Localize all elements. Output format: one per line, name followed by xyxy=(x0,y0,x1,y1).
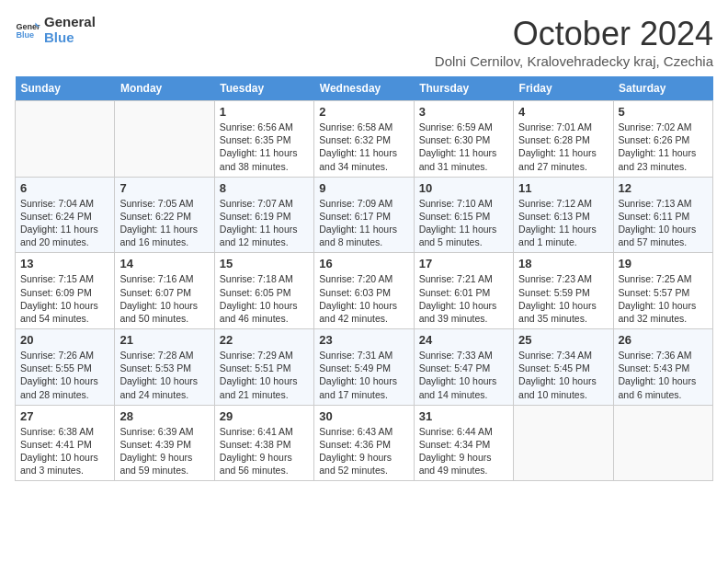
calendar-cell xyxy=(115,101,214,178)
calendar-cell: 4Sunrise: 7:01 AM Sunset: 6:28 PM Daylig… xyxy=(514,101,613,178)
week-row-5: 27Sunrise: 6:38 AM Sunset: 4:41 PM Dayli… xyxy=(16,405,713,481)
day-info: Sunrise: 6:56 AM Sunset: 6:35 PM Dayligh… xyxy=(220,121,309,173)
weekday-header-wednesday: Wednesday xyxy=(314,76,414,101)
day-number: 7 xyxy=(119,181,209,195)
day-info: Sunrise: 7:10 AM Sunset: 6:15 PM Dayligh… xyxy=(419,197,508,249)
day-number: 31 xyxy=(419,409,508,423)
calendar-cell: 18Sunrise: 7:23 AM Sunset: 5:59 PM Dayli… xyxy=(514,253,613,329)
day-info: Sunrise: 6:39 AM Sunset: 4:39 PM Dayligh… xyxy=(119,425,209,477)
svg-text:Blue: Blue xyxy=(16,30,34,40)
calendar-cell: 31Sunrise: 6:44 AM Sunset: 4:34 PM Dayli… xyxy=(414,405,513,481)
day-info: Sunrise: 7:29 AM Sunset: 5:51 PM Dayligh… xyxy=(220,349,309,401)
calendar-cell: 2Sunrise: 6:58 AM Sunset: 6:32 PM Daylig… xyxy=(314,101,414,178)
day-info: Sunrise: 6:58 AM Sunset: 6:32 PM Dayligh… xyxy=(319,121,408,173)
day-info: Sunrise: 7:26 AM Sunset: 5:55 PM Dayligh… xyxy=(20,349,109,401)
day-number: 22 xyxy=(220,333,309,347)
day-info: Sunrise: 6:44 AM Sunset: 4:34 PM Dayligh… xyxy=(419,425,508,477)
week-row-1: 1Sunrise: 6:56 AM Sunset: 6:35 PM Daylig… xyxy=(16,101,713,178)
calendar-cell xyxy=(16,101,115,178)
day-info: Sunrise: 6:41 AM Sunset: 4:38 PM Dayligh… xyxy=(220,425,309,477)
day-number: 20 xyxy=(20,333,109,347)
day-number: 15 xyxy=(220,257,309,270)
weekday-header-tuesday: Tuesday xyxy=(214,76,313,101)
calendar-cell: 7Sunrise: 7:05 AM Sunset: 6:22 PM Daylig… xyxy=(115,177,214,253)
day-number: 8 xyxy=(220,181,309,195)
day-number: 27 xyxy=(20,409,109,423)
day-info: Sunrise: 7:07 AM Sunset: 6:19 PM Dayligh… xyxy=(220,197,309,249)
calendar-cell: 13Sunrise: 7:15 AM Sunset: 6:09 PM Dayli… xyxy=(16,253,115,329)
calendar-cell: 12Sunrise: 7:13 AM Sunset: 6:11 PM Dayli… xyxy=(613,177,712,253)
logo-icon: General Blue xyxy=(15,17,40,43)
calendar-cell: 24Sunrise: 7:33 AM Sunset: 5:47 PM Dayli… xyxy=(414,329,513,406)
calendar-cell: 25Sunrise: 7:34 AM Sunset: 5:45 PM Dayli… xyxy=(514,329,613,406)
day-number: 6 xyxy=(20,181,109,195)
calendar-cell: 16Sunrise: 7:20 AM Sunset: 6:03 PM Dayli… xyxy=(314,253,414,329)
calendar-cell: 22Sunrise: 7:29 AM Sunset: 5:51 PM Dayli… xyxy=(214,329,313,406)
svg-text:General: General xyxy=(16,21,40,30)
location: Dolni Cernilov, Kralovehradecky kraj, Cz… xyxy=(435,53,713,69)
day-info: Sunrise: 7:01 AM Sunset: 6:28 PM Dayligh… xyxy=(518,121,608,173)
day-info: Sunrise: 7:18 AM Sunset: 6:05 PM Dayligh… xyxy=(220,272,309,325)
calendar-cell: 21Sunrise: 7:28 AM Sunset: 5:53 PM Dayli… xyxy=(115,329,214,406)
day-info: Sunrise: 7:23 AM Sunset: 5:59 PM Dayligh… xyxy=(518,272,608,325)
day-info: Sunrise: 7:12 AM Sunset: 6:13 PM Dayligh… xyxy=(518,197,608,249)
day-info: Sunrise: 7:21 AM Sunset: 6:01 PM Dayligh… xyxy=(419,272,508,325)
day-info: Sunrise: 7:04 AM Sunset: 6:24 PM Dayligh… xyxy=(20,197,109,249)
day-info: Sunrise: 7:25 AM Sunset: 5:57 PM Dayligh… xyxy=(619,272,708,325)
day-info: Sunrise: 7:20 AM Sunset: 6:03 PM Dayligh… xyxy=(319,272,408,325)
day-number: 17 xyxy=(419,257,508,270)
day-number: 16 xyxy=(319,257,408,270)
week-row-4: 20Sunrise: 7:26 AM Sunset: 5:55 PM Dayli… xyxy=(16,329,713,406)
day-number: 10 xyxy=(419,181,508,195)
day-number: 19 xyxy=(619,257,708,270)
day-info: Sunrise: 7:05 AM Sunset: 6:22 PM Dayligh… xyxy=(119,197,209,249)
logo-general: General xyxy=(44,15,96,30)
week-row-3: 13Sunrise: 7:15 AM Sunset: 6:09 PM Dayli… xyxy=(16,253,713,329)
day-info: Sunrise: 7:28 AM Sunset: 5:53 PM Dayligh… xyxy=(119,349,209,401)
day-info: Sunrise: 7:09 AM Sunset: 6:17 PM Dayligh… xyxy=(319,197,408,249)
calendar-cell: 26Sunrise: 7:36 AM Sunset: 5:43 PM Dayli… xyxy=(613,329,712,406)
calendar-cell xyxy=(613,405,712,481)
header-row: SundayMondayTuesdayWednesdayThursdayFrid… xyxy=(16,76,713,101)
day-info: Sunrise: 7:13 AM Sunset: 6:11 PM Dayligh… xyxy=(619,197,708,249)
day-number: 2 xyxy=(319,105,408,119)
calendar-cell: 6Sunrise: 7:04 AM Sunset: 6:24 PM Daylig… xyxy=(16,177,115,253)
weekday-header-saturday: Saturday xyxy=(613,76,712,101)
month-title: October 2024 xyxy=(435,15,713,53)
weekday-header-monday: Monday xyxy=(115,76,214,101)
calendar-cell: 11Sunrise: 7:12 AM Sunset: 6:13 PM Dayli… xyxy=(514,177,613,253)
calendar-cell: 28Sunrise: 6:39 AM Sunset: 4:39 PM Dayli… xyxy=(115,405,214,481)
calendar-cell: 23Sunrise: 7:31 AM Sunset: 5:49 PM Dayli… xyxy=(314,329,414,406)
calendar-cell: 14Sunrise: 7:16 AM Sunset: 6:07 PM Dayli… xyxy=(115,253,214,329)
day-number: 26 xyxy=(619,333,708,347)
day-number: 25 xyxy=(518,333,608,347)
calendar-cell: 19Sunrise: 7:25 AM Sunset: 5:57 PM Dayli… xyxy=(613,253,712,329)
calendar-cell: 30Sunrise: 6:43 AM Sunset: 4:36 PM Dayli… xyxy=(314,405,414,481)
page-header: General Blue General Blue October 2024 D… xyxy=(15,15,713,69)
day-info: Sunrise: 7:02 AM Sunset: 6:26 PM Dayligh… xyxy=(619,121,708,173)
calendar-cell: 5Sunrise: 7:02 AM Sunset: 6:26 PM Daylig… xyxy=(613,101,712,178)
day-number: 9 xyxy=(319,181,408,195)
week-row-2: 6Sunrise: 7:04 AM Sunset: 6:24 PM Daylig… xyxy=(16,177,713,253)
day-info: Sunrise: 7:16 AM Sunset: 6:07 PM Dayligh… xyxy=(119,272,209,325)
day-number: 24 xyxy=(419,333,508,347)
calendar-table: SundayMondayTuesdayWednesdayThursdayFrid… xyxy=(15,76,713,481)
logo: General Blue General Blue xyxy=(15,15,96,45)
day-info: Sunrise: 7:31 AM Sunset: 5:49 PM Dayligh… xyxy=(319,349,408,401)
calendar-cell: 15Sunrise: 7:18 AM Sunset: 6:05 PM Dayli… xyxy=(214,253,313,329)
calendar-cell: 20Sunrise: 7:26 AM Sunset: 5:55 PM Dayli… xyxy=(16,329,115,406)
day-info: Sunrise: 6:59 AM Sunset: 6:30 PM Dayligh… xyxy=(419,121,508,173)
day-number: 1 xyxy=(220,105,309,119)
calendar-cell: 10Sunrise: 7:10 AM Sunset: 6:15 PM Dayli… xyxy=(414,177,513,253)
title-block: October 2024 Dolni Cernilov, Kralovehrad… xyxy=(435,15,713,69)
day-info: Sunrise: 6:43 AM Sunset: 4:36 PM Dayligh… xyxy=(319,425,408,477)
calendar-cell: 8Sunrise: 7:07 AM Sunset: 6:19 PM Daylig… xyxy=(214,177,313,253)
weekday-header-friday: Friday xyxy=(514,76,613,101)
calendar-cell: 27Sunrise: 6:38 AM Sunset: 4:41 PM Dayli… xyxy=(16,405,115,481)
day-info: Sunrise: 7:34 AM Sunset: 5:45 PM Dayligh… xyxy=(518,349,608,401)
day-number: 13 xyxy=(20,257,109,270)
day-number: 11 xyxy=(518,181,608,195)
day-number: 29 xyxy=(220,409,309,423)
day-number: 12 xyxy=(619,181,708,195)
day-number: 14 xyxy=(119,257,209,270)
